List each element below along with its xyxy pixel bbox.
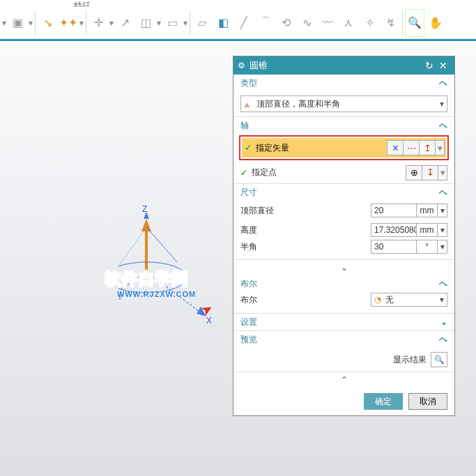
- size-row-top-diameter: 顶部直径 20 mm ▾: [233, 201, 454, 220]
- chevron-up-icon: ヘ: [439, 187, 447, 199]
- height-input[interactable]: 17.32050807 mm ▾: [371, 223, 447, 237]
- caret-down-icon[interactable]: ▾: [437, 204, 447, 217]
- bool-none-icon: ◔: [374, 295, 385, 305]
- tool-sline-icon[interactable]: ⟲: [276, 9, 295, 37]
- show-result-label: 显示结果: [393, 354, 427, 366]
- tool-point-icon[interactable]: ✛: [89, 9, 108, 37]
- toolbar: ▾ ▣ ▾ ↘ ✦✦ ▾ ✛ ▾ ↗ ◫ ▾ ▭ ▾ ▱ ◧ ╱ ⌒ ⟲ ∿ 〰…: [0, 7, 476, 39]
- caret-down-icon: ▾: [440, 295, 444, 305]
- check-icon: ✓: [240, 168, 247, 178]
- highlight-frame: ✓ 指定矢量 ✕ ⋯ ↥ ▾: [239, 135, 449, 160]
- point-axis-icon[interactable]: ↧: [422, 165, 438, 181]
- size-expand[interactable]: ⌄: [233, 259, 454, 275]
- close-icon[interactable]: ✕: [436, 60, 450, 71]
- vector-zc-icon[interactable]: ↥: [419, 140, 436, 155]
- caret-down-icon[interactable]: ▾: [437, 224, 447, 236]
- chevron-up-icon: ヘ: [439, 334, 447, 346]
- tool-rect-icon[interactable]: ▭: [162, 9, 182, 37]
- tool-targets-icon[interactable]: ✦✦: [59, 9, 78, 37]
- chevron-up-icon: ヘ: [439, 278, 447, 290]
- tool-zoomfit-icon[interactable]: 🔍: [405, 9, 424, 37]
- tool-dropdown[interactable]: ▾: [28, 9, 33, 37]
- chevron-up-icon: ヘ: [439, 120, 447, 132]
- tool-box-icon[interactable]: ▣: [8, 9, 27, 37]
- section-settings[interactable]: 设置⌄: [233, 314, 454, 330]
- ok-button[interactable]: 确定: [364, 393, 403, 410]
- gear-icon[interactable]: ⚙: [238, 61, 245, 70]
- tool-hand-icon[interactable]: ✋: [426, 9, 445, 37]
- specify-vector-row[interactable]: ✓ 指定矢量 ✕ ⋯ ↥ ▾: [242, 138, 446, 158]
- cone-icon: ⟁: [244, 98, 256, 109]
- size-row-half-angle: 半角 30 ° ▾: [233, 240, 454, 259]
- tool-solid-icon[interactable]: ▱: [192, 9, 212, 37]
- watermark-url: WWW.RJZXW.COM: [117, 290, 196, 298]
- panel-title: 圆锥: [249, 59, 422, 72]
- watermark-text: 软件自学网: [105, 268, 188, 290]
- tool-dropdown[interactable]: ▾: [183, 9, 188, 37]
- section-type[interactable]: 类型ヘ: [233, 75, 454, 91]
- vector-dots-icon[interactable]: ⋯: [403, 140, 420, 155]
- cancel-button[interactable]: 取消: [408, 393, 447, 410]
- refresh-icon[interactable]: ↻: [422, 60, 436, 71]
- specify-point-label: 指定点: [252, 167, 406, 178]
- tool-axis-icon[interactable]: ↯: [381, 9, 400, 37]
- section-size[interactable]: 尺寸ヘ: [233, 184, 454, 201]
- panel-buttons: 确定 取消: [233, 387, 454, 415]
- tool-star-icon[interactable]: ⋏: [339, 9, 358, 37]
- bool-row: 布尔 ◔ 无 ▾: [233, 292, 454, 313]
- magnifier-icon[interactable]: 🔍: [431, 352, 447, 367]
- half-angle-input[interactable]: 30 ° ▾: [371, 240, 447, 254]
- tool-dropdown[interactable]: ▾: [109, 9, 114, 37]
- tool-wave-icon[interactable]: 〰: [318, 9, 337, 37]
- chevron-up-icon: ヘ: [439, 77, 447, 89]
- point-dropdown[interactable]: ▾: [438, 165, 447, 181]
- point-pick-icon[interactable]: ⊕: [406, 165, 422, 181]
- top-diameter-input[interactable]: 20 mm ▾: [371, 204, 447, 217]
- panel-titlebar[interactable]: ⚙ 圆锥 ↻ ✕: [233, 56, 454, 75]
- specify-point-row[interactable]: ✓ 指定点 ⊕ ↧ ▾: [233, 162, 454, 184]
- panel-expand[interactable]: ⌃: [233, 371, 454, 387]
- tool-dropdown[interactable]: ▾: [79, 9, 84, 37]
- type-combo-text: 顶部直径，高度和半角: [256, 98, 434, 110]
- specify-vector-label: 指定矢量: [256, 142, 289, 154]
- tool-dropdown[interactable]: ▾: [156, 9, 162, 37]
- caret-down-icon[interactable]: ▾: [437, 240, 447, 253]
- vector-swap-icon[interactable]: ✕: [387, 140, 404, 155]
- vector-dropdown[interactable]: ▾: [435, 140, 445, 155]
- tool-edge2-icon[interactable]: ↗: [115, 9, 135, 37]
- bool-select[interactable]: ◔ 无 ▾: [371, 293, 447, 307]
- size-row-height: 高度 17.32050807 mm ▾: [233, 220, 454, 240]
- section-preview[interactable]: 预览ヘ: [233, 331, 454, 348]
- section-bool[interactable]: 布尔ヘ: [233, 275, 454, 292]
- chevron-down-icon: ⌄: [440, 317, 447, 327]
- preview-row: 显示结果 🔍: [233, 348, 454, 371]
- tool-edge-icon[interactable]: ↘: [38, 9, 57, 37]
- section-axis[interactable]: 轴ヘ: [233, 117, 454, 134]
- cone-panel: ⚙ 圆锥 ↻ ✕ 类型ヘ ⟁ 顶部直径，高度和半角 ▾ 轴ヘ ✓ 指定矢量 ✕ …: [233, 56, 455, 416]
- tool-line-icon[interactable]: ╱: [234, 9, 254, 37]
- tool-cube-icon[interactable]: ◫: [136, 9, 155, 37]
- caret-down-icon: ▾: [434, 99, 444, 109]
- tool-isocube-icon[interactable]: ◧: [213, 9, 233, 37]
- type-combo[interactable]: ⟁ 顶部直径，高度和半角 ▾: [240, 95, 447, 112]
- check-icon: ✓: [245, 143, 252, 153]
- tool-bez-icon[interactable]: ∿: [297, 9, 316, 37]
- tool-spark-icon[interactable]: ✧: [360, 9, 379, 37]
- tool-dropdown[interactable]: ▾: [1, 9, 7, 37]
- tool-arc-icon[interactable]: ⌒: [255, 9, 275, 37]
